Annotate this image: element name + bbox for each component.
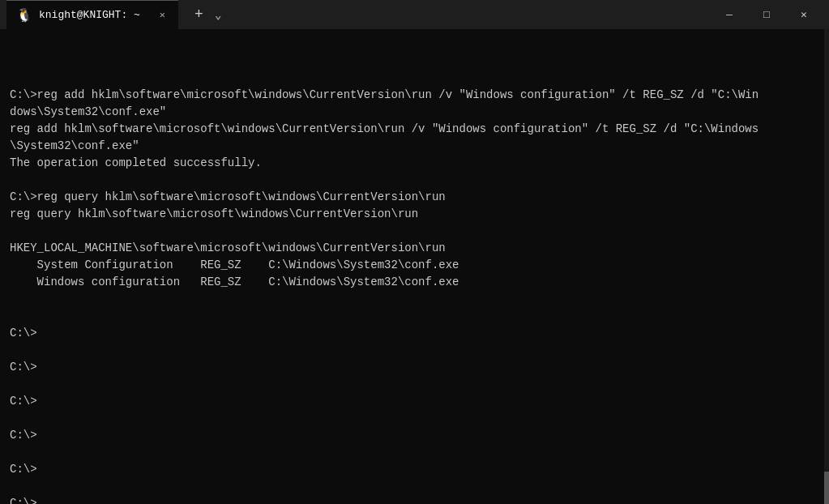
tab-icon: 🐧 (16, 7, 32, 23)
terminal-line (10, 410, 814, 427)
terminal-line: C:\> (10, 427, 814, 444)
terminal-line: C:\> (10, 461, 814, 478)
terminal-line (10, 444, 814, 461)
terminal-line: dows\System32\conf.exe" (10, 104, 814, 121)
terminal-line: Windows configuration REG_SZ C:\Windows\… (10, 274, 814, 291)
minimize-button[interactable]: — (711, 0, 748, 29)
terminal-wrapper: C:\>reg add hklm\software\microsoft\wind… (0, 29, 829, 504)
scrollbar-thumb[interactable] (824, 472, 829, 504)
terminal-line: reg add hklm\software\microsoft\windows\… (10, 121, 814, 138)
terminal-line (10, 291, 814, 308)
terminal-line: C:\> (10, 325, 814, 342)
window-controls: — □ ✕ (711, 0, 823, 29)
terminal-line: C:\>reg query hklm\software\microsoft\wi… (10, 189, 814, 206)
terminal-line (10, 223, 814, 240)
title-bar: 🐧 knight@KNIGHT: ~ ✕ + ⌄ — □ ✕ (0, 0, 829, 29)
add-tab-button[interactable]: + (190, 6, 208, 23)
terminal-line (10, 308, 814, 325)
tab-label: knight@KNIGHT: ~ (39, 9, 140, 21)
terminal-line: System Configuration REG_SZ C:\Windows\S… (10, 257, 814, 274)
terminal-tab[interactable]: 🐧 knight@KNIGHT: ~ ✕ (6, 0, 178, 29)
terminal-line (10, 172, 814, 189)
tab-controls: + ⌄ (185, 3, 229, 26)
terminal-line (10, 70, 814, 87)
terminal-line (10, 478, 814, 495)
terminal-line (10, 342, 814, 359)
terminal-line (10, 376, 814, 393)
close-button[interactable]: ✕ (785, 0, 823, 29)
terminal-line: reg query hklm\software\microsoft\window… (10, 206, 814, 223)
dropdown-button[interactable]: ⌄ (212, 8, 224, 22)
terminal-body[interactable]: C:\>reg add hklm\software\microsoft\wind… (0, 29, 824, 504)
tab-close-button[interactable]: ✕ (156, 7, 169, 23)
scrollbar[interactable] (824, 29, 829, 504)
terminal-line: C:\> (10, 359, 814, 376)
terminal-line: The operation completed successfully. (10, 155, 814, 172)
terminal-line: \System32\conf.exe" (10, 138, 814, 155)
terminal-line: C:\>reg add hklm\software\microsoft\wind… (10, 87, 814, 104)
maximize-button[interactable]: □ (748, 0, 785, 29)
terminal-window: 🐧 knight@KNIGHT: ~ ✕ + ⌄ — □ ✕ C:\>reg a… (0, 0, 829, 504)
terminal-line: C:\> (10, 495, 814, 504)
terminal-line: C:\> (10, 393, 814, 410)
terminal-line: HKEY_LOCAL_MACHINE\software\microsoft\wi… (10, 240, 814, 257)
